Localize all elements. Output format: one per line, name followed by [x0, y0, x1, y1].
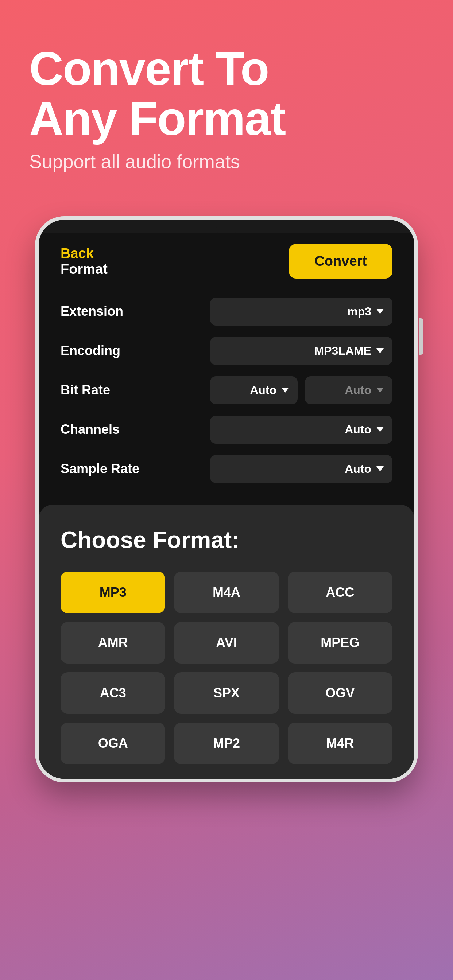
chevron-down-icon-4-0	[376, 466, 384, 471]
settings-row-4: Sample RateAuto	[61, 454, 392, 484]
chevron-down-icon-2-1	[376, 388, 384, 393]
row-label-4: Sample Rate	[61, 461, 163, 477]
row-controls-1: MP3LAME	[163, 337, 392, 365]
dropdown-value-2-0: Auto	[250, 383, 276, 397]
phone-notch	[215, 226, 238, 233]
format-btn-ac3[interactable]: AC3	[61, 672, 165, 714]
choose-format-title: Choose Format:	[61, 527, 392, 554]
settings-row-2: Bit RateAutoAuto	[61, 375, 392, 405]
row-controls-2: AutoAuto	[163, 376, 392, 404]
dropdown-value-2-1: Auto	[345, 383, 371, 397]
phone-frame: Back Format Convert Extensionmp3Encoding…	[35, 216, 418, 783]
hero-title: Convert To Any Format	[29, 44, 424, 143]
dropdown-value-3-0: Auto	[345, 423, 371, 436]
bottom-sheet: Choose Format: MP3M4AACCAMRAVIMPEGAC3SPX…	[39, 504, 414, 779]
format-btn-m4a[interactable]: M4A	[174, 572, 279, 613]
format-btn-mpeg[interactable]: MPEG	[288, 622, 392, 663]
phone-frame-wrapper: Back Format Convert Extensionmp3Encoding…	[35, 216, 418, 783]
row-controls-4: Auto	[163, 455, 392, 483]
settings-row-1: EncodingMP3LAME	[61, 336, 392, 365]
format-btn-m4r[interactable]: M4R	[288, 722, 392, 764]
chevron-down-icon-3-0	[376, 427, 384, 432]
phone-header: Back Format Convert	[61, 244, 392, 278]
dropdown-1-0[interactable]: MP3LAME	[210, 337, 392, 365]
phone-side-button	[420, 318, 423, 355]
row-label-3: Channels	[61, 422, 163, 437]
back-text: Back	[61, 246, 108, 261]
phone-screen: Back Format Convert Extensionmp3Encoding…	[39, 233, 414, 512]
settings-rows: Extensionmp3EncodingMP3LAMEBit RateAutoA…	[61, 297, 392, 484]
format-text: Format	[61, 261, 108, 277]
dropdown-value-4-0: Auto	[345, 462, 371, 476]
dropdown-value-1-0: MP3LAME	[314, 344, 371, 358]
format-btn-ogv[interactable]: OGV	[288, 672, 392, 714]
row-controls-0: mp3	[163, 298, 392, 326]
format-grid: MP3M4AACCAMRAVIMPEGAC3SPXOGVOGAMP2M4R	[61, 572, 392, 764]
row-label-1: Encoding	[61, 343, 163, 358]
format-btn-oga[interactable]: OGA	[61, 722, 165, 764]
hero-section: Convert To Any Format Support all audio …	[0, 0, 453, 194]
row-label-2: Bit Rate	[61, 382, 163, 398]
format-btn-mp2[interactable]: MP2	[174, 722, 279, 764]
chevron-down-icon-1-0	[376, 348, 384, 353]
back-link[interactable]: Back Format	[61, 246, 108, 277]
chevron-down-icon-2-0	[282, 388, 289, 393]
dropdown-2-0[interactable]: Auto	[210, 376, 298, 404]
chevron-down-icon-0-0	[376, 309, 384, 314]
hero-subtitle: Support all audio formats	[29, 151, 424, 172]
phone-container: Back Format Convert Extensionmp3Encoding…	[0, 216, 453, 783]
format-btn-spx[interactable]: SPX	[174, 672, 279, 714]
dropdown-4-0[interactable]: Auto	[210, 455, 392, 483]
dropdown-value-0-0: mp3	[347, 305, 371, 318]
settings-row-3: ChannelsAuto	[61, 415, 392, 444]
dropdown-2-1[interactable]: Auto	[305, 376, 392, 404]
settings-row-0: Extensionmp3	[61, 297, 392, 326]
format-btn-avi[interactable]: AVI	[174, 622, 279, 663]
format-btn-acc[interactable]: ACC	[288, 572, 392, 613]
format-btn-amr[interactable]: AMR	[61, 622, 165, 663]
convert-button[interactable]: Convert	[289, 244, 392, 278]
format-btn-mp3[interactable]: MP3	[61, 572, 165, 613]
row-label-0: Extension	[61, 304, 163, 319]
dropdown-0-0[interactable]: mp3	[210, 298, 392, 326]
dropdown-3-0[interactable]: Auto	[210, 415, 392, 444]
row-controls-3: Auto	[163, 415, 392, 444]
